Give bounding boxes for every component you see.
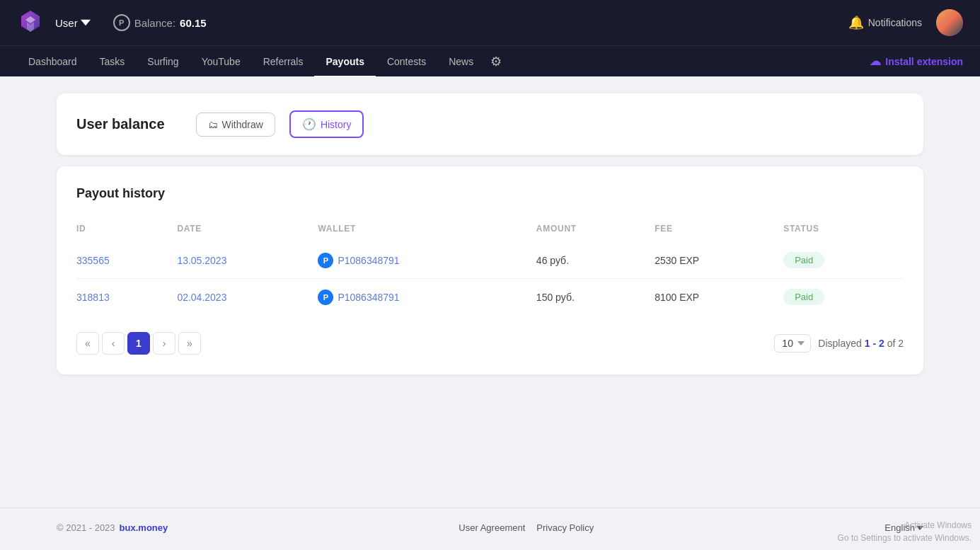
nav-item-referrals[interactable]: Referrals	[252, 46, 315, 77]
balance-area: P Balance: 60.15	[113, 14, 207, 31]
install-extension-button[interactable]: ☁ Install extension	[870, 55, 963, 68]
payeer-icon: P	[318, 253, 333, 268]
footer-brand: bux.money	[120, 522, 168, 533]
payout-history-card: Payout history ID DATE WALLET AMOUNT FEE…	[57, 166, 923, 374]
pagination-right: 10 25 50 Displayed 1 - 2 of 2	[774, 334, 904, 353]
balance-value: 60.15	[180, 17, 207, 29]
cell-wallet: P P1086348791	[318, 242, 536, 279]
windows-activation-notice: Activate Windows Go to Settings to activ…	[838, 519, 972, 544]
notifications-button[interactable]: 🔔 Notifications	[848, 15, 922, 30]
history-button[interactable]: 🕐 History	[289, 110, 364, 138]
nav-right: ☁ Install extension	[870, 55, 963, 68]
footer-links: User Agreement Privacy Policy	[459, 522, 594, 533]
id-link[interactable]: 335565	[76, 255, 110, 266]
cell-amount: 150 руб.	[536, 279, 655, 316]
user-balance-card: User balance 🗂 Withdraw 🕐 History	[57, 93, 923, 155]
payeer-icon: P	[318, 290, 333, 305]
notifications-label: Notifications	[868, 17, 922, 28]
payout-table: ID DATE WALLET AMOUNT FEE STATUS 335565 …	[76, 218, 904, 315]
nav-item-news[interactable]: News	[437, 46, 485, 77]
nav-item-surfing[interactable]: Surfing	[136, 46, 190, 77]
cell-status: Paid	[783, 242, 904, 279]
footer-left: © 2021 - 2023 bux.money	[57, 522, 168, 533]
main-nav: Dashboard Tasks Surfing YouTube Referral…	[0, 45, 980, 76]
id-link[interactable]: 318813	[76, 292, 110, 303]
header: User P Balance: 60.15 🔔 Notifications	[0, 0, 980, 45]
col-header-amount: AMOUNT	[536, 218, 655, 242]
nav-item-payouts[interactable]: Payouts	[314, 46, 375, 77]
install-extension-label: Install extension	[885, 56, 963, 67]
header-right: 🔔 Notifications	[848, 9, 963, 36]
footer: © 2021 - 2023 bux.money User Agreement P…	[0, 508, 980, 547]
displayed-text: Displayed 1 - 2 of 2	[818, 338, 904, 349]
payout-history-title: Payout history	[76, 186, 904, 201]
cloud-icon: ☁	[870, 55, 881, 68]
balance-label: Balance:	[134, 17, 175, 29]
col-header-date: DATE	[177, 218, 318, 242]
col-header-fee: FEE	[655, 218, 783, 242]
col-header-wallet: WALLET	[318, 218, 536, 242]
nav-item-contests[interactable]: Contests	[376, 46, 437, 77]
wallet-icon: 🗂	[208, 119, 218, 130]
cell-fee: 2530 EXP	[655, 242, 783, 279]
date-link[interactable]: 13.05.2023	[177, 255, 226, 266]
logo[interactable]	[17, 8, 44, 38]
current-page-button[interactable]: 1	[127, 332, 150, 355]
bell-icon: 🔔	[848, 15, 864, 30]
cell-id: 335565	[76, 242, 177, 279]
cell-wallet: P P1086348791	[318, 279, 536, 316]
pagination-row: « ‹ 1 › » 10 25 50 Displayed 1 - 2 of 2	[76, 332, 904, 355]
windows-line2: Go to Settings to activate Windows.	[838, 532, 972, 544]
wallet-link[interactable]: P1086348791	[338, 292, 399, 303]
table-row: 318813 02.04.2023 P P1086348791 150 руб.…	[76, 279, 904, 316]
table-row: 335565 13.05.2023 P P1086348791 46 руб. …	[76, 242, 904, 279]
user-dropdown[interactable]: User	[55, 17, 91, 29]
cell-date: 13.05.2023	[177, 242, 318, 279]
history-icon: 🕐	[302, 118, 316, 131]
cell-amount: 46 руб.	[536, 242, 655, 279]
settings-icon[interactable]: ⚙	[485, 54, 507, 69]
status-badge: Paid	[783, 252, 824, 268]
avatar[interactable]	[936, 9, 963, 36]
cell-status: Paid	[783, 279, 904, 316]
cell-fee: 8100 EXP	[655, 279, 783, 316]
user-balance-title: User balance	[76, 116, 165, 132]
withdraw-button[interactable]: 🗂 Withdraw	[196, 113, 275, 137]
col-header-status: STATUS	[783, 218, 904, 242]
copyright: © 2021 - 2023	[57, 522, 115, 533]
history-label: History	[321, 119, 352, 130]
pagination: « ‹ 1 › »	[76, 332, 201, 355]
user-label: User	[55, 17, 78, 29]
main-content: User balance 🗂 Withdraw 🕐 History Payout…	[0, 76, 980, 508]
per-page-select[interactable]: 10 25 50	[774, 334, 811, 353]
wallet-link[interactable]: P1086348791	[338, 255, 399, 266]
withdraw-label: Withdraw	[222, 119, 263, 130]
cell-id: 318813	[76, 279, 177, 316]
prev-page-button[interactable]: ‹	[102, 332, 125, 355]
status-badge: Paid	[783, 289, 824, 305]
windows-line1: Activate Windows	[838, 519, 972, 532]
avatar-image	[936, 9, 963, 36]
last-page-button[interactable]: »	[178, 332, 201, 355]
nav-item-tasks[interactable]: Tasks	[88, 46, 137, 77]
user-agreement-link[interactable]: User Agreement	[459, 522, 525, 533]
nav-item-youtube[interactable]: YouTube	[190, 46, 252, 77]
privacy-policy-link[interactable]: Privacy Policy	[536, 522, 594, 533]
table-header-row: ID DATE WALLET AMOUNT FEE STATUS	[76, 218, 904, 242]
cell-date: 02.04.2023	[177, 279, 318, 316]
first-page-button[interactable]: «	[76, 332, 99, 355]
nav-item-dashboard[interactable]: Dashboard	[17, 46, 88, 77]
next-page-button[interactable]: ›	[153, 332, 175, 355]
balance-icon: P	[113, 14, 130, 31]
col-header-id: ID	[76, 218, 177, 242]
date-link[interactable]: 02.04.2023	[177, 292, 226, 303]
